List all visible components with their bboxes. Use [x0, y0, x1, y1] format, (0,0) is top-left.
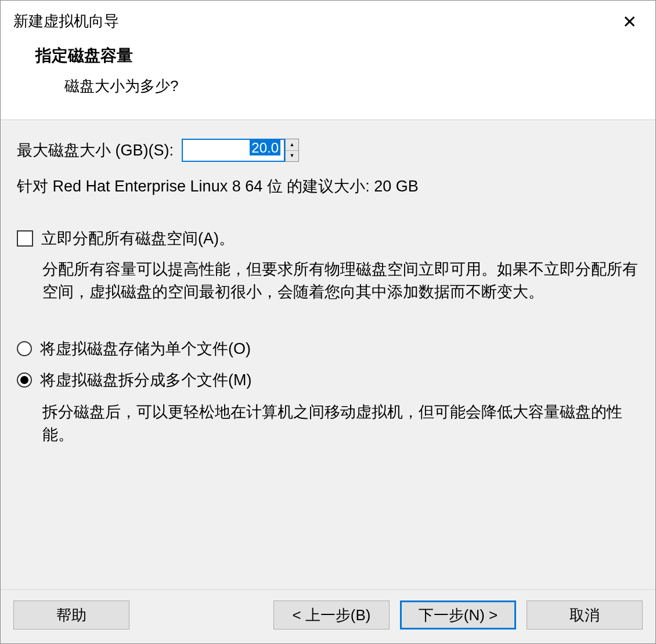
allocate-checkbox-label: 立即分配所有磁盘空间(A)。	[41, 228, 235, 249]
close-icon[interactable]: ✕	[617, 11, 643, 33]
dialog-title: 新建虚拟机向导	[13, 11, 119, 31]
disk-size-spinner[interactable]: 20.0 ▲ ▼	[182, 139, 299, 162]
radio-split-file[interactable]	[17, 372, 32, 388]
radio-single-file[interactable]	[17, 341, 32, 356]
radio-split-description: 拆分磁盘后，可以更轻松地在计算机之间移动虚拟机，但可能会降低大容量磁盘的性能。	[17, 401, 639, 446]
radio-split-file-row[interactable]: 将虚拟磁盘拆分成多个文件(M)	[17, 370, 639, 390]
next-button[interactable]: 下一步(N) >	[400, 600, 516, 629]
allocate-checkbox[interactable]	[17, 230, 33, 247]
radio-single-file-label: 将虚拟磁盘存储为单个文件(O)	[40, 338, 251, 359]
page-subtitle: 磁盘大小为多少?	[35, 76, 643, 96]
titlebar: 新建虚拟机向导 ✕	[1, 1, 655, 33]
page-title: 指定磁盘容量	[35, 45, 643, 67]
spacer	[140, 600, 263, 629]
allocate-checkbox-row[interactable]: 立即分配所有磁盘空间(A)。	[17, 228, 639, 249]
header-section: 指定磁盘容量 磁盘大小为多少?	[1, 33, 655, 120]
spinner-up-icon[interactable]: ▲	[286, 139, 298, 151]
disk-size-label: 最大磁盘大小 (GB)(S):	[17, 140, 174, 161]
help-button[interactable]: 帮助	[13, 600, 129, 629]
cancel-button[interactable]: 取消	[527, 600, 643, 629]
back-button[interactable]: < 上一步(B)	[273, 600, 390, 629]
wizard-dialog: 新建虚拟机向导 ✕ 指定磁盘容量 磁盘大小为多少? 最大磁盘大小 (GB)(S)…	[0, 0, 656, 644]
spinner-down-icon[interactable]: ▼	[286, 151, 298, 162]
radio-single-file-row[interactable]: 将虚拟磁盘存储为单个文件(O)	[17, 338, 639, 359]
button-bar: 帮助 < 上一步(B) 下一步(N) > 取消	[1, 589, 655, 643]
spinner-buttons: ▲ ▼	[285, 139, 299, 162]
disk-size-row: 最大磁盘大小 (GB)(S): 20.0 ▲ ▼	[17, 139, 639, 162]
allocate-description: 分配所有容量可以提高性能，但要求所有物理磁盘空间立即可用。如果不立即分配所有空间…	[17, 258, 639, 303]
radio-split-file-label: 将虚拟磁盘拆分成多个文件(M)	[40, 370, 251, 390]
disk-size-input[interactable]: 20.0	[182, 139, 285, 162]
recommended-size-text: 针对 Red Hat Enterprise Linux 8 64 位 的建议大小…	[17, 176, 639, 197]
disk-size-value: 20.0	[250, 140, 280, 155]
content-section: 最大磁盘大小 (GB)(S): 20.0 ▲ ▼ 针对 Red Hat Ente…	[1, 120, 655, 589]
